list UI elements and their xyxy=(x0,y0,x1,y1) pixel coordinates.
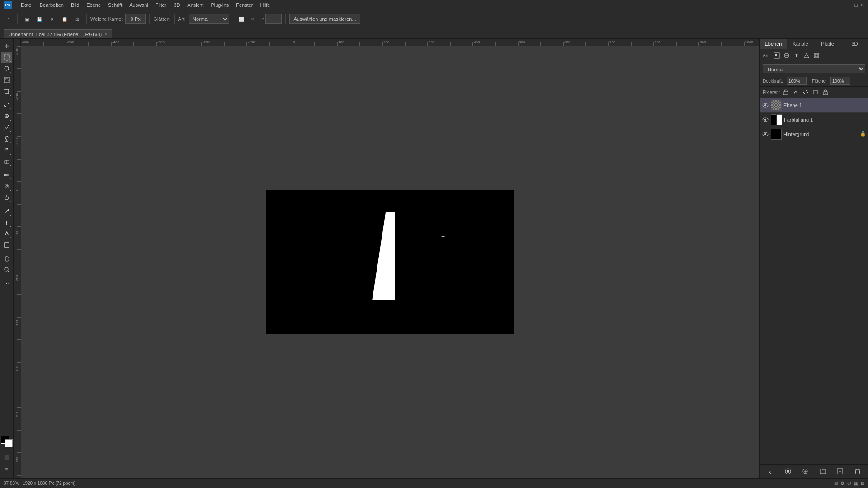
menu-bearbeiten[interactable]: Bearbeiten xyxy=(40,2,64,8)
menu-schrift[interactable]: Schrift xyxy=(108,2,122,8)
tool-save[interactable]: 💾 xyxy=(34,14,45,24)
zoom-tool[interactable] xyxy=(1,264,12,275)
history-brush-tool[interactable] xyxy=(1,145,12,155)
hi-input[interactable] xyxy=(265,14,282,24)
menu-plugins[interactable]: Plug-ins xyxy=(211,2,229,8)
blend-mode-select[interactable]: Normal xyxy=(763,64,865,73)
layer-visibility-ebene1[interactable] xyxy=(762,102,769,109)
layer-thumb-hintergrund xyxy=(771,129,782,140)
flaiche-input[interactable] xyxy=(830,77,850,85)
layer-type-text[interactable]: T xyxy=(792,51,801,60)
object-select-tool[interactable] xyxy=(1,75,12,85)
layer-adjustment-button[interactable] xyxy=(800,466,810,476)
menu-hilfe[interactable]: Hilfe xyxy=(260,2,270,8)
crop-tool[interactable] xyxy=(1,86,12,97)
close-icon[interactable]: ✕ xyxy=(860,2,864,8)
healing-tool[interactable] xyxy=(1,111,12,122)
menu-auswahl[interactable]: Auswahl xyxy=(129,2,148,8)
hand-tool[interactable] xyxy=(1,253,12,264)
layer-group-button[interactable] xyxy=(818,466,828,476)
layer-mask-button[interactable] xyxy=(783,466,793,476)
layer-fx-button[interactable]: fx xyxy=(765,466,775,476)
lock-pixels-btn[interactable] xyxy=(792,88,800,96)
text-tool[interactable]: T xyxy=(1,217,12,228)
menu-ansicht[interactable]: Ansicht xyxy=(187,2,203,8)
pen-tool[interactable] xyxy=(1,206,12,216)
layer-name-hintergrund: Hintergrund xyxy=(783,131,858,137)
dodge-tool[interactable] xyxy=(1,192,12,203)
move-tool[interactable]: ✛ xyxy=(1,41,12,52)
layer-item-farbfuellung[interactable]: Farbfüllung 1 xyxy=(760,113,868,127)
layers-bottom-bar: fx xyxy=(760,464,868,478)
tab-ebenen[interactable]: Ebenen xyxy=(760,39,787,49)
eyedropper-tool[interactable] xyxy=(1,99,12,110)
layer-type-shape[interactable] xyxy=(802,51,811,60)
ruler-v-canvas xyxy=(14,46,21,478)
subtract-btn[interactable]: ⬜ xyxy=(237,14,246,24)
lock-artboard-btn[interactable] xyxy=(811,88,820,96)
path-select-tool[interactable] xyxy=(1,228,12,239)
brush-tool[interactable] xyxy=(1,122,12,133)
color-swatches[interactable] xyxy=(1,436,13,447)
status-btn-1[interactable]: ⊞ xyxy=(834,481,838,486)
gradient-tool[interactable] xyxy=(1,169,12,180)
tab-pfade[interactable]: Pfade xyxy=(814,39,841,49)
status-btn-5[interactable]: ⊞ xyxy=(861,481,864,486)
clone-tool[interactable] xyxy=(1,133,12,144)
layer-visibility-farbfuellung[interactable] xyxy=(762,116,769,123)
quick-mask-tool[interactable]: ⬛ xyxy=(1,452,12,463)
home-button[interactable]: ⌂ xyxy=(3,14,14,24)
lock-position-btn[interactable] xyxy=(802,88,810,96)
layer-item-hintergrund[interactable]: Hintergrund 🔒 xyxy=(760,127,868,141)
menu-bild[interactable]: Bild xyxy=(71,2,79,8)
status-btn-4[interactable]: ▦ xyxy=(854,481,858,486)
menu-datei[interactable]: Datei xyxy=(21,2,33,8)
tab-3d[interactable]: 3D xyxy=(841,39,868,49)
background-color[interactable] xyxy=(5,439,13,447)
layer-new-button[interactable] xyxy=(835,466,845,476)
status-btn-3[interactable]: ⬡ xyxy=(847,481,851,486)
status-btn-2[interactable]: ⚙ xyxy=(840,481,844,486)
weiche-kante-input[interactable] xyxy=(125,14,146,24)
tool-rect-select[interactable]: ▣ xyxy=(21,14,32,24)
lasso-tool[interactable] xyxy=(1,63,12,74)
shape-tool[interactable] xyxy=(1,239,12,250)
layer-type-smart[interactable] xyxy=(812,51,821,60)
document-canvas[interactable]: + xyxy=(266,190,514,334)
lock-transparent-btn[interactable] xyxy=(782,88,790,96)
menu-3d[interactable]: 3D xyxy=(174,2,180,8)
layer-visibility-hintergrund[interactable] xyxy=(762,131,769,138)
right-panel: Ebenen Kanäle Pfade 3D Art T xyxy=(760,39,868,478)
tool-copy[interactable]: ⎘ xyxy=(47,14,57,24)
deckkraft-input[interactable] xyxy=(787,77,807,85)
select-mask-button[interactable]: Auswählen und maskieren... xyxy=(289,14,360,24)
tool-paste[interactable]: 📋 xyxy=(59,14,70,24)
menu-fenster[interactable]: Fenster xyxy=(236,2,253,8)
menu-filter[interactable]: Filter xyxy=(156,2,166,8)
layer-thumb-farbfuellung xyxy=(771,114,782,125)
menu-ebene[interactable]: Ebene xyxy=(86,2,101,8)
eraser-tool[interactable] xyxy=(1,156,12,167)
tab-kanaele[interactable]: Kanäle xyxy=(787,39,814,49)
layer-type-adjustment[interactable] xyxy=(782,51,791,60)
layer-type-pixel[interactable] xyxy=(772,51,781,60)
blur-tool[interactable] xyxy=(1,181,12,192)
layer-delete-button[interactable] xyxy=(853,466,863,476)
canvas-scroll-area[interactable]: + xyxy=(21,46,760,478)
tab-close-button[interactable]: × xyxy=(104,32,107,37)
document-tab[interactable]: Unbenannt-1 bei 37,8% (Ebene 1, RGB/8) × xyxy=(4,29,112,38)
extra-tools[interactable]: ··· xyxy=(1,278,12,289)
svg-rect-23 xyxy=(815,54,818,57)
tool-frame[interactable]: ⊡ xyxy=(72,14,83,24)
svg-rect-25 xyxy=(814,90,817,94)
lock-all-btn[interactable] xyxy=(821,88,830,96)
screen-mode-tool[interactable]: ▭ xyxy=(1,463,12,474)
layer-item-ebene1[interactable]: Ebene 1 xyxy=(760,98,868,113)
add-btn[interactable]: ⊕ xyxy=(248,14,257,24)
art-select[interactable]: Normal xyxy=(189,14,229,24)
rect-select-tool[interactable] xyxy=(1,52,12,63)
svg-marker-17 xyxy=(372,212,395,300)
maximize-icon[interactable]: □ xyxy=(854,2,858,8)
toolbar-separator-1 xyxy=(17,14,18,24)
minimize-icon[interactable]: ─ xyxy=(849,2,852,8)
